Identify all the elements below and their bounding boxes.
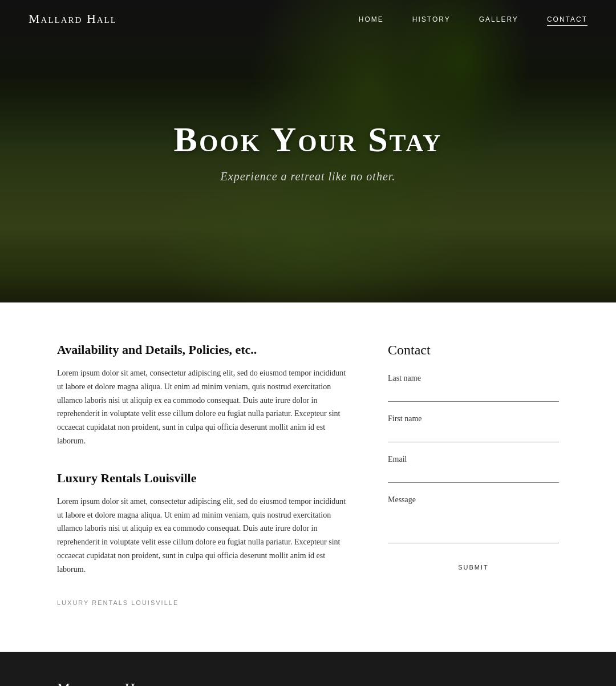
hero-subtitle: Experience a retreat like no other. xyxy=(174,170,443,183)
first-name-input[interactable] xyxy=(388,428,559,442)
email-group: Email xyxy=(388,455,559,483)
navigation: Mallard Hall Home History Gallery Contac… xyxy=(0,0,616,38)
main-content: Availability and Details, Policies, etc.… xyxy=(0,302,616,652)
email-label: Email xyxy=(388,455,559,464)
footer: Mallard Hall 1234 Park Ln Simpsomville, … xyxy=(0,652,616,686)
last-name-label: Last name xyxy=(388,374,559,383)
message-input[interactable] xyxy=(388,509,559,543)
email-input[interactable] xyxy=(388,469,559,483)
hero-title: Book Your Stay xyxy=(174,119,443,160)
contact-form: Contact Last name First name Email Messa… xyxy=(388,342,559,606)
section2-body: Lorem ipsum dolor sit amet, consectetur … xyxy=(57,495,354,576)
nav-links: Home History Gallery Contact xyxy=(359,14,587,24)
message-group: Message xyxy=(388,495,559,546)
footer-right: luxuryrentalslouisville.com xyxy=(466,680,559,686)
last-name-input[interactable] xyxy=(388,388,559,402)
contact-title: Contact xyxy=(388,342,559,358)
nav-item-gallery[interactable]: Gallery xyxy=(479,14,518,24)
nav-link-home[interactable]: Home xyxy=(359,15,384,23)
last-name-group: Last name xyxy=(388,374,559,402)
nav-logo[interactable]: Mallard Hall xyxy=(29,11,117,26)
footer-logo: Mallard Hall xyxy=(57,680,160,686)
section2-title: Luxury Rentals Louisville xyxy=(57,471,354,486)
footer-left: Mallard Hall 1234 Park Ln Simpsomville, … xyxy=(57,680,160,686)
hero-text: Book Your Stay Experience a retreat like… xyxy=(174,119,443,183)
first-name-label: First name xyxy=(388,414,559,423)
section1-body: Lorem ipsum dolor sit amet, consectetur … xyxy=(57,366,354,448)
nav-link-contact[interactable]: Contact xyxy=(547,15,587,26)
section1-title: Availability and Details, Policies, etc.… xyxy=(57,342,354,357)
message-label: Message xyxy=(388,495,559,505)
first-name-group: First name xyxy=(388,414,559,442)
nav-link-gallery[interactable]: Gallery xyxy=(479,15,518,23)
nav-link-history[interactable]: History xyxy=(412,15,451,23)
nav-item-home[interactable]: Home xyxy=(359,14,384,24)
nav-item-contact[interactable]: Contact xyxy=(547,14,587,24)
left-column: Availability and Details, Policies, etc.… xyxy=(57,342,354,606)
submit-button[interactable]: Submit xyxy=(388,558,559,576)
hero-section: Book Your Stay Experience a retreat like… xyxy=(0,0,616,302)
nav-item-history[interactable]: History xyxy=(412,14,451,24)
lrl-tag: Luxury Rentals Louisville xyxy=(57,599,354,606)
